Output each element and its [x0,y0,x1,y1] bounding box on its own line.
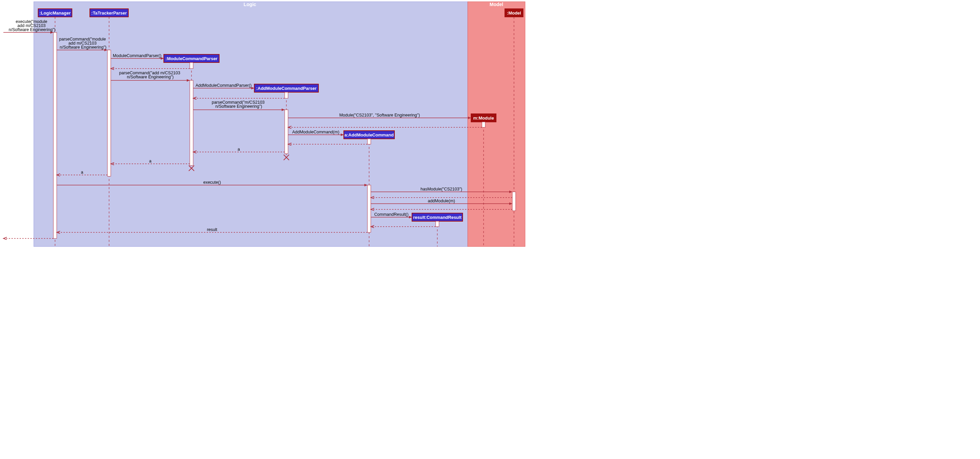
act-amcp-2 [285,110,288,154]
msg-cr-new-label: CommandResult() [374,212,408,217]
act-amc-1 [368,139,371,144]
lifeline-mm-head: m:Module [471,114,496,122]
act-mcp-1 [190,62,193,69]
msg-addmod-label: addModule(m) [428,199,455,203]
logic-frame-title: Logic [243,2,256,7]
act-amc-2 [368,185,371,233]
act-mdl [512,192,515,211]
msg-amc-new-label: AddModuleCommand(m) [292,130,339,134]
model-frame [468,2,525,247]
model-frame-title: Model [490,2,503,7]
svg-text::LogicManager: :LogicManager [40,11,71,16]
lifeline-amc-head: a:AddModuleCommand [344,131,395,139]
msg-mcp-new-label: ModuleCommandParser() [113,53,161,58]
act-amcp-1 [285,92,288,98]
lifeline-lm-head: :LogicManager [38,9,72,17]
act-ttp [107,50,111,176]
svg-text:m:Module: m:Module [473,115,494,121]
msg-parse3-label: parseCommand("m/CS2103 n/Software Engine… [212,100,266,109]
svg-text:a:AddModuleCommand: a:AddModuleCommand [344,132,394,137]
msg-ret-a3-label: a [81,170,83,175]
msg-ret-result-label: result [207,227,218,232]
sequence-diagram: Logic Model :LogicManager :TaTrackerPars… [0,0,527,250]
svg-text::ModuleCommandParser: :ModuleCommandParser [165,56,218,61]
svg-text::Model: :Model [507,11,521,16]
lifeline-mdl-head: :Model [505,9,523,17]
msg-amcp-new-label: AddModuleCommandParser() [196,83,251,88]
svg-text:result:CommandResult: result:CommandResult [413,215,461,220]
msg-hasmod-label: hasModule("CS2103") [420,187,462,191]
msg-parse2-label: parseCommand("add m/CS2103 n/Software En… [119,70,181,80]
msg-ret-a1-label: a [238,147,240,151]
svg-text::TaTrackerParser: :TaTrackerParser [91,11,127,16]
msg-ret-a2-label: a [149,159,152,164]
act-lm [53,32,57,239]
lifeline-cr-head: result:CommandResult [412,213,463,221]
lifeline-mcp-head: :ModuleCommandParser [164,54,219,62]
msg-module-new-label: Module("CS2103", "Software Engineering") [339,113,420,118]
msg-execute-label: execute() [203,180,221,185]
svg-text::AddModuleCommandParser: :AddModuleCommandParser [256,86,317,91]
act-cr [436,221,439,226]
act-mm [482,122,485,128]
act-mcp-2 [190,80,193,166]
lifeline-amcp-head: :AddModuleCommandParser [254,84,318,92]
lifeline-ttp-head: :TaTrackerParser [90,9,128,17]
